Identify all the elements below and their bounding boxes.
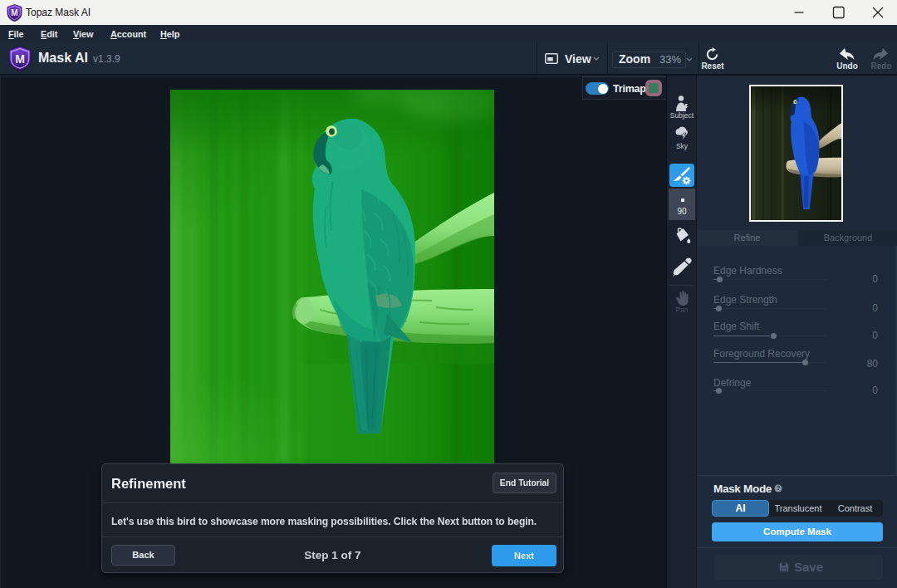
svg-text:M: M	[15, 52, 25, 66]
svg-text:M: M	[11, 8, 17, 17]
svg-text:?: ?	[777, 485, 780, 491]
